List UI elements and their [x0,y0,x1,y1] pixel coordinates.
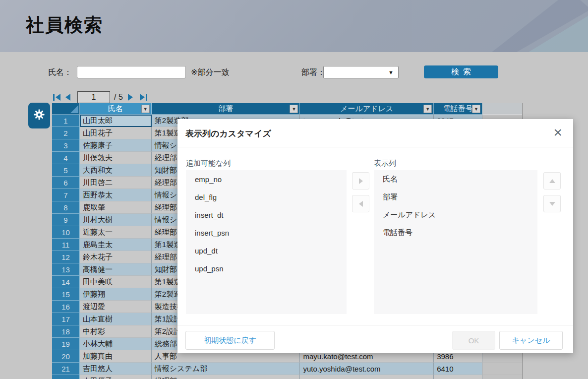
next-page-icon[interactable] [127,93,136,101]
arrow-down-icon [549,202,555,206]
table-header-row: 氏名 ▼ 部署 ▼ メールアドレス ▼ 電話番号 ▼ [52,103,522,115]
list-item[interactable]: 電話番号 [374,224,537,242]
prev-page-icon[interactable] [64,93,73,101]
move-down-button[interactable] [543,195,561,212]
row-number-cell[interactable]: 21 [52,363,80,375]
row-number-cell[interactable]: 5 [52,164,80,177]
name-cell[interactable]: 鈴木花子 [80,251,152,263]
filter-dropdown-icon[interactable]: ▼ [472,105,480,113]
name-cell[interactable]: 西野恭太 [80,189,152,201]
name-cell[interactable]: 吉田悠人 [80,363,152,375]
name-cell[interactable]: 太田優子 [80,375,152,379]
row-number-cell[interactable]: 15 [52,288,80,301]
name-input[interactable] [77,66,186,78]
row-number-cell[interactable]: 7 [52,189,80,201]
name-cell[interactable]: 伊藤翔 [80,288,152,301]
list-item[interactable]: 氏名 [374,170,537,188]
row-number-cell[interactable]: 12 [52,251,80,263]
name-cell[interactable]: 渡辺愛 [80,301,152,313]
column-header-dept[interactable]: 部署 ▼ [152,103,300,115]
dept-select[interactable]: ▼ [323,66,399,78]
email-cell[interactable] [300,375,434,379]
available-columns-label: 追加可能な列 [186,159,231,168]
name-cell[interactable]: 川村大樹 [80,214,152,226]
row-number-cell[interactable]: 3 [52,139,80,152]
row-number-cell[interactable]: 9 [52,214,80,226]
first-page-icon[interactable] [53,93,61,101]
row-number-cell[interactable]: 22 [52,375,80,379]
row-number-cell[interactable]: 20 [52,350,80,363]
table-row: 21吉田悠人情報システム部yuto.yoshida@test.com6410 [52,363,522,375]
row-number-cell[interactable]: 16 [52,301,80,313]
row-number-cell[interactable]: 1 [52,115,80,127]
row-number-cell[interactable]: 2 [52,127,80,139]
dept-cell[interactable]: 情報システム部 [152,363,300,375]
row-number-cell[interactable]: 17 [52,313,80,325]
column-header-email[interactable]: メールアドレス ▼ [300,103,434,115]
row-number-cell[interactable]: 8 [52,201,80,214]
remove-column-button[interactable] [352,195,369,212]
list-item[interactable]: del_flg [186,188,347,206]
name-cell[interactable]: 高橋健一 [80,263,152,276]
name-cell[interactable]: 佐藤康子 [80,139,152,152]
column-header-phone[interactable]: 電話番号 ▼ [434,103,482,115]
page-total-label: / 5 [114,93,123,102]
arrow-up-icon [549,179,555,183]
column-header-name[interactable]: 氏名 ▼ [80,103,152,115]
last-page-icon[interactable] [139,93,148,101]
name-cell[interactable]: 小林大輔 [80,338,152,350]
name-cell[interactable]: 大西和文 [80,164,152,177]
list-item[interactable]: upd_psn [186,259,347,277]
list-item[interactable]: insert_psn [186,224,347,242]
name-cell[interactable]: 川田啓二 [80,177,152,189]
select-all-corner-cell[interactable] [52,103,80,115]
reset-button[interactable]: 初期状態に戻す [185,331,275,350]
close-icon[interactable]: × [553,124,562,141]
page-number-input[interactable] [77,91,110,103]
filter-dropdown-icon[interactable]: ▼ [423,105,432,113]
list-item[interactable]: メールアドレス [374,206,537,224]
add-column-button[interactable] [352,172,369,190]
arrow-left-icon [359,201,363,207]
filter-dropdown-icon[interactable]: ▼ [290,105,298,113]
name-cell[interactable]: 中村彩 [80,325,152,338]
name-cell[interactable]: 田中美咲 [80,276,152,288]
name-cell[interactable]: 川俣敦夫 [80,152,152,164]
name-cell[interactable]: 鹿取肇 [80,201,152,214]
ok-button[interactable]: OK [452,331,495,350]
row-number-cell[interactable]: 18 [52,325,80,338]
row-number-cell[interactable]: 19 [52,338,80,350]
row-number-cell[interactable]: 4 [52,152,80,164]
row-number-cell[interactable]: 11 [52,239,80,251]
phone-cell[interactable] [434,375,482,379]
row-number-cell[interactable]: 14 [52,276,80,288]
email-cell[interactable]: yuto.yoshida@test.com [300,363,434,375]
name-cell[interactable]: 近藤太一 [80,226,152,239]
phone-cell[interactable]: 6410 [434,363,482,375]
name-cell[interactable]: 山田太郎 [80,115,152,127]
row-number-cell[interactable]: 10 [52,226,80,239]
list-item[interactable]: insert_dt [186,206,347,224]
search-button[interactable]: 検索 [424,65,498,78]
filter-dropdown-icon[interactable]: ▼ [141,105,150,113]
column-header-dept-label: 部署 [218,104,233,114]
name-cell[interactable]: 鹿島圭太 [80,239,152,251]
dept-cell[interactable]: 経理部 [152,375,300,379]
header-banner: 社員検索 [0,0,588,52]
visible-columns-label: 表示列 [374,159,396,168]
row-number-cell[interactable]: 13 [52,263,80,276]
name-cell[interactable]: 山本直樹 [80,313,152,325]
row-number-cell[interactable]: 6 [52,177,80,189]
pagination: / 5 [53,91,151,103]
list-item[interactable]: upd_dt [186,242,347,259]
name-cell[interactable]: 加藤真由 [80,350,152,363]
column-customize-dialog: 表示列のカスタマイズ × 追加可能な列 表示列 emp_nodel_flgins… [177,119,573,353]
list-item[interactable]: emp_no [186,170,347,188]
cancel-button[interactable]: キャンセル [499,331,563,350]
list-item[interactable]: 部署 [374,188,537,206]
dept-label: 部署： [301,67,325,78]
filler-cell [482,375,522,379]
column-settings-button[interactable] [28,103,50,128]
move-up-button[interactable] [543,172,561,190]
name-cell[interactable]: 山田花子 [80,127,152,139]
